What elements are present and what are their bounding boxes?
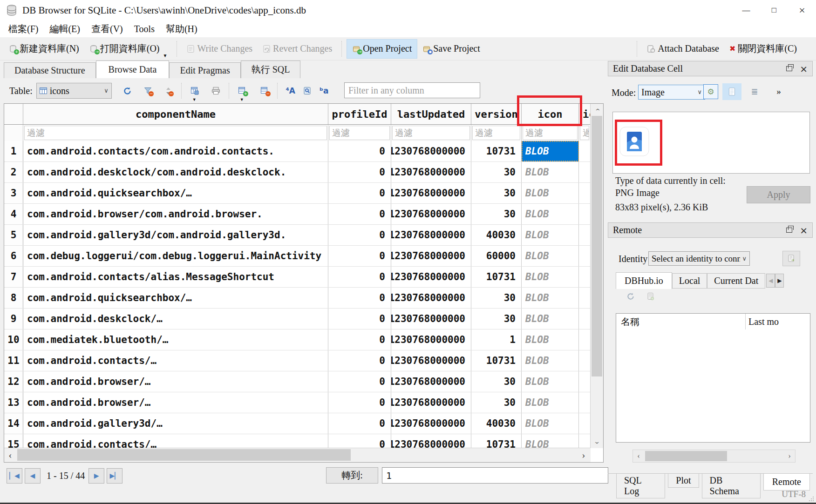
- remote-file-list[interactable]: 名稱 Last mo: [616, 313, 810, 443]
- cell-version[interactable]: 10731: [471, 267, 522, 287]
- column-header-lastUpdated[interactable]: lastUpdated: [391, 104, 471, 125]
- cell-icon-blob[interactable]: BLOB: [522, 392, 579, 413]
- cell-icon-blob[interactable]: BLOB: [522, 309, 579, 329]
- cell-profileId[interactable]: 0: [328, 225, 391, 245]
- cell-profileId[interactable]: 0: [328, 204, 391, 224]
- cell-componentName[interactable]: com.android.gallery3d/com.android.galler…: [23, 225, 328, 245]
- cell-version[interactable]: 40030: [471, 413, 522, 434]
- scroll-left-icon[interactable]: ‹: [4, 448, 16, 462]
- close-panel-icon[interactable]: ×: [800, 64, 808, 74]
- cell-lastUpdated[interactable]: 1230768000000: [391, 246, 471, 266]
- tab-scroll-right-icon[interactable]: ▶: [775, 274, 784, 288]
- cell-icon-blob[interactable]: BLOB: [522, 288, 579, 308]
- save-project-button[interactable]: ▪ Save Project: [417, 40, 485, 58]
- tab-browse-data[interactable]: Browse Data: [96, 60, 170, 78]
- remote-scrollbar-thumb[interactable]: [645, 451, 727, 461]
- cell-componentName[interactable]: com.android.gallery3d/…: [23, 413, 328, 434]
- scroll-down-icon[interactable]: ›: [591, 437, 603, 448]
- cell-lastUpdated[interactable]: 1230768000000: [391, 141, 471, 161]
- import-data-button[interactable]: ⚙: [703, 84, 718, 99]
- cell-lastUpdated[interactable]: 1230768000000: [391, 350, 471, 371]
- cell-partial[interactable]: [579, 413, 591, 434]
- resize-grip[interactable]: [809, 495, 814, 504]
- filter-any-column-input[interactable]: Filter in any column: [344, 82, 480, 98]
- cell-componentName[interactable]: com.mediatek.bluetooth/…: [23, 329, 328, 350]
- cell-profileId[interactable]: 0: [328, 141, 391, 161]
- import-certificate-button[interactable]: [782, 251, 800, 266]
- cell-partial[interactable]: [579, 288, 591, 308]
- encoding-button[interactable]: ᵇa: [316, 82, 333, 99]
- refresh-button[interactable]: [119, 82, 136, 99]
- column-header-componentName[interactable]: componentName: [23, 104, 328, 125]
- clone-database-button[interactable]: [647, 292, 654, 302]
- cell-partial[interactable]: [579, 204, 591, 224]
- vertical-scrollbar-thumb[interactable]: [592, 116, 602, 376]
- cell-profileId[interactable]: 0: [328, 413, 391, 434]
- insert-record-button[interactable]: + ▼: [234, 82, 251, 99]
- cell-componentName[interactable]: com.android.browser/…: [23, 392, 328, 413]
- tab-remote[interactable]: Remote: [763, 474, 810, 491]
- mode-selector[interactable]: Image ∨: [638, 85, 705, 100]
- maximize-button[interactable]: □: [760, 0, 788, 20]
- open-database-dropdown-arrow[interactable]: ▼: [163, 53, 168, 58]
- cell-icon-blob[interactable]: BLOB: [522, 141, 579, 161]
- cell-profileId[interactable]: 0: [328, 371, 391, 392]
- cell-componentName[interactable]: com.android.browser/com.android.browser.: [23, 204, 328, 224]
- minimize-button[interactable]: —: [732, 0, 760, 20]
- scroll-right-icon[interactable]: ›: [578, 448, 590, 462]
- cell-partial[interactable]: [579, 183, 591, 203]
- cell-version[interactable]: 30: [471, 392, 522, 413]
- goto-button[interactable]: 轉到:: [326, 467, 378, 484]
- cell-partial[interactable]: [579, 329, 591, 350]
- tab-dbhub[interactable]: DBHub.io: [616, 272, 672, 289]
- close-panel-icon[interactable]: ×: [800, 226, 808, 235]
- menu-view[interactable]: 查看(V): [86, 23, 129, 35]
- table-selector[interactable]: icons ∨: [36, 83, 112, 99]
- cell-lastUpdated[interactable]: 1230768000000: [391, 162, 471, 182]
- cell-icon-blob[interactable]: BLOB: [522, 162, 579, 182]
- cell-icon-blob[interactable]: BLOB: [522, 329, 579, 350]
- close-button[interactable]: ×: [788, 0, 816, 20]
- menu-tools[interactable]: Tools: [129, 24, 160, 34]
- cell-lastUpdated[interactable]: 1230768000000: [391, 204, 471, 224]
- horizontal-scrollbar-thumb[interactable]: [17, 449, 351, 461]
- cell-lastUpdated[interactable]: 1230768000000: [391, 392, 471, 413]
- cell-icon-blob[interactable]: BLOB: [522, 267, 579, 287]
- print-button[interactable]: [208, 82, 224, 99]
- insert-record-dropdown-arrow[interactable]: ▼: [240, 97, 244, 102]
- save-table-button[interactable]: ▼: [186, 82, 203, 99]
- float-panel-icon[interactable]: [786, 66, 792, 71]
- float-panel-icon[interactable]: [786, 228, 792, 233]
- cell-profileId[interactable]: 0: [328, 288, 391, 308]
- cell-version[interactable]: 30: [471, 309, 522, 329]
- cell-version[interactable]: 60000: [471, 246, 522, 266]
- cell-lastUpdated[interactable]: 1230768000000: [391, 371, 471, 392]
- cell-lastUpdated[interactable]: 1230768000000: [391, 288, 471, 308]
- cell-version[interactable]: 40030: [471, 225, 522, 245]
- cell-componentName[interactable]: com.android.deskclock/…: [23, 309, 328, 329]
- menu-edit[interactable]: 編輯(E): [44, 23, 86, 35]
- cell-lastUpdated[interactable]: 1230768000000: [391, 183, 471, 203]
- first-page-button[interactable]: ▏◀: [7, 468, 22, 484]
- cell-profileId[interactable]: 0: [328, 246, 391, 266]
- cell-profileId[interactable]: 0: [328, 329, 391, 350]
- cell-partial[interactable]: [579, 162, 591, 182]
- remote-horizontal-scrollbar[interactable]: ‹ ›: [632, 450, 796, 463]
- cell-version[interactable]: 30: [471, 162, 522, 182]
- tab-database-structure[interactable]: Database Structure: [4, 62, 96, 78]
- cell-componentName[interactable]: com.android.contacts/…: [23, 350, 328, 371]
- menu-file[interactable]: 檔案(F): [3, 23, 44, 35]
- open-database-button[interactable]: → 打開資料庫(O) ▼: [84, 40, 173, 58]
- cell-profileId[interactable]: 0: [328, 267, 391, 287]
- tab-local[interactable]: Local: [672, 273, 707, 289]
- clear-filters-button[interactable]: −: [140, 82, 156, 99]
- scroll-up-icon[interactable]: ›: [591, 104, 603, 115]
- cell-icon-blob[interactable]: BLOB: [522, 225, 579, 245]
- scroll-left-icon[interactable]: ‹: [633, 450, 644, 462]
- cell-icon-blob[interactable]: BLOB: [522, 246, 579, 266]
- refresh-remote-button[interactable]: [626, 292, 635, 302]
- cell-version[interactable]: 30: [471, 371, 522, 392]
- panel-overflow-button[interactable]: »: [772, 84, 786, 99]
- last-page-button[interactable]: ▶▏: [107, 468, 122, 484]
- word-wrap-button[interactable]: ≣: [748, 84, 762, 99]
